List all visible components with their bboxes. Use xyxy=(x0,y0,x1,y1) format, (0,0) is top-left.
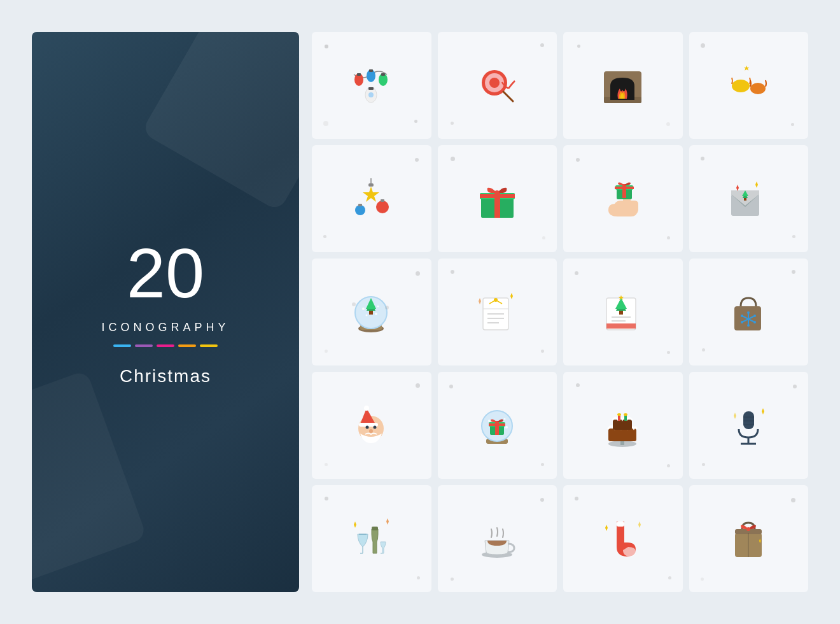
svg-point-86 xyxy=(488,420,491,422)
icons-grid xyxy=(312,32,808,592)
icon-card-candies xyxy=(689,32,809,139)
svg-point-23 xyxy=(355,205,365,215)
icon-card-xmascard xyxy=(563,259,683,365)
icon-card-giftbox xyxy=(438,145,557,252)
svg-point-45 xyxy=(377,305,379,307)
svg-rect-1 xyxy=(357,73,361,76)
icon-card-snowglobe xyxy=(312,259,431,365)
svg-point-48 xyxy=(352,302,356,306)
svg-rect-8 xyxy=(368,87,374,90)
svg-rect-3 xyxy=(369,69,373,72)
svg-rect-24 xyxy=(358,204,362,206)
svg-rect-22 xyxy=(381,199,384,202)
svg-point-16 xyxy=(750,83,766,94)
drinks-icon xyxy=(347,515,395,563)
icon-card-shoppingbag xyxy=(689,259,809,365)
sidebar: 20 ICONOGRAPHY Christmas xyxy=(32,32,299,592)
svg-point-21 xyxy=(376,201,389,213)
christmas-mail-icon xyxy=(725,175,773,223)
svg-rect-59 xyxy=(619,311,623,315)
color-bar-orange xyxy=(178,344,196,347)
christmas-lights-icon xyxy=(347,62,395,110)
svg-point-15 xyxy=(732,80,750,92)
snow-globe-icon xyxy=(347,288,395,336)
icon-card-santa xyxy=(312,372,431,479)
icon-card-lights xyxy=(312,32,431,139)
santa-icon xyxy=(347,402,395,450)
svg-point-76 xyxy=(364,406,369,411)
coffee-icon xyxy=(473,515,521,563)
icon-card-stocking xyxy=(563,485,683,592)
svg-line-12 xyxy=(503,92,513,101)
svg-rect-85 xyxy=(489,423,505,426)
svg-point-68 xyxy=(747,311,750,314)
svg-point-70 xyxy=(741,315,743,317)
microphone-icon xyxy=(725,402,773,450)
svg-point-88 xyxy=(505,426,508,429)
svg-point-87 xyxy=(503,418,505,420)
snow-globe-gift-icon xyxy=(473,402,521,450)
main-container: 20 ICONOGRAPHY Christmas xyxy=(32,32,808,592)
svg-point-72 xyxy=(741,321,743,323)
gift-hand-icon xyxy=(599,175,647,223)
color-bar-blue xyxy=(113,344,131,347)
gift-bag-icon xyxy=(725,515,773,563)
gift-box-icon xyxy=(473,175,521,223)
svg-point-46 xyxy=(366,314,368,316)
svg-point-78 xyxy=(374,425,377,429)
icon-card-candy xyxy=(438,32,557,139)
color-bar-pink xyxy=(157,344,174,347)
svg-point-52 xyxy=(494,298,498,302)
icon-count: 20 xyxy=(127,238,204,308)
svg-point-94 xyxy=(617,413,621,416)
svg-rect-5 xyxy=(381,73,385,76)
svg-rect-84 xyxy=(495,421,499,435)
svg-point-11 xyxy=(489,78,500,88)
shopping-bag-icon xyxy=(725,288,773,336)
candy-icon xyxy=(473,62,521,110)
icon-card-snowglobegift xyxy=(438,372,557,479)
icon-card-greetingcard xyxy=(438,259,557,365)
icon-card-drinks xyxy=(312,485,431,592)
category-title: Christmas xyxy=(120,366,211,386)
svg-point-69 xyxy=(747,324,750,327)
svg-rect-37 xyxy=(744,198,746,201)
svg-rect-106 xyxy=(617,521,624,527)
svg-rect-33 xyxy=(615,187,634,189)
color-bar-yellow xyxy=(200,344,218,347)
icon-card-cake xyxy=(563,372,683,479)
greeting-card-icon xyxy=(473,288,521,336)
svg-rect-104 xyxy=(372,527,378,530)
ornaments-icon xyxy=(347,175,395,223)
svg-point-77 xyxy=(366,425,369,429)
svg-rect-61 xyxy=(606,323,636,329)
icon-card-fireplace xyxy=(563,32,683,139)
svg-point-7 xyxy=(368,92,374,97)
svg-rect-19 xyxy=(368,183,374,187)
christmas-cake-icon xyxy=(599,402,647,450)
svg-point-49 xyxy=(385,306,389,309)
svg-point-44 xyxy=(362,308,365,310)
icon-card-gifthand xyxy=(563,145,683,252)
icon-card-ornaments xyxy=(312,145,431,252)
color-bars xyxy=(113,344,218,347)
icon-card-mail xyxy=(689,145,809,252)
svg-marker-17 xyxy=(744,66,749,71)
svg-point-109 xyxy=(746,527,750,531)
stocking-icon xyxy=(599,515,647,563)
christmas-card-icon xyxy=(599,288,647,336)
color-bar-purple xyxy=(135,344,153,347)
svg-rect-43 xyxy=(369,311,373,315)
svg-rect-97 xyxy=(743,411,754,429)
svg-rect-32 xyxy=(622,184,626,198)
svg-point-29 xyxy=(494,190,500,195)
candies-icon xyxy=(725,62,773,110)
svg-marker-20 xyxy=(363,187,379,202)
fireplace-icon xyxy=(599,62,647,110)
icon-card-coffee xyxy=(438,485,557,592)
svg-point-71 xyxy=(753,315,756,317)
svg-point-96 xyxy=(624,413,627,416)
iconography-label: ICONOGRAPHY xyxy=(101,321,229,334)
svg-point-73 xyxy=(753,321,756,323)
svg-rect-91 xyxy=(608,429,636,441)
